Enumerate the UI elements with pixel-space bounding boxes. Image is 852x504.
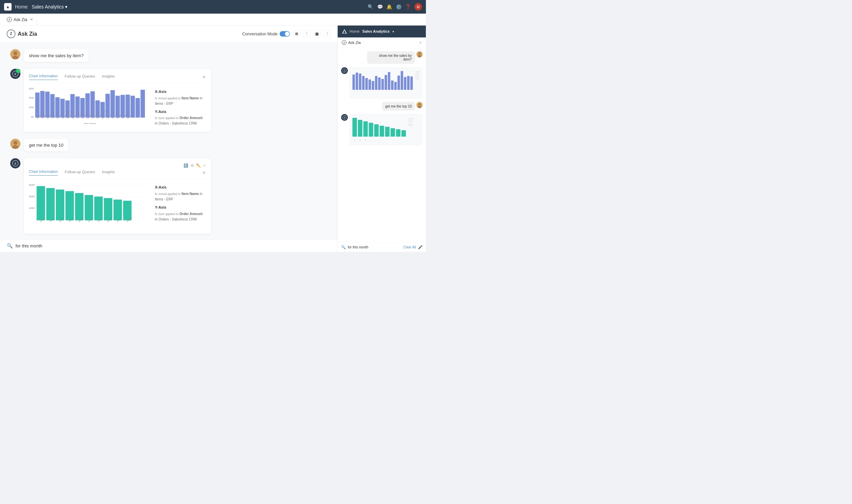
info-tool[interactable]: ℹ️ (183, 163, 188, 168)
help-icon[interactable]: ❓ (405, 4, 411, 10)
right-user-text-1: show me the sales by item? (379, 54, 412, 62)
right-user-avatar-2 (417, 102, 423, 108)
user-avatar-1 (10, 49, 20, 60)
right-search-icon: 🔍 (341, 245, 346, 249)
more-options-button[interactable]: ⋮ (304, 31, 310, 37)
svg-rect-135 (352, 118, 357, 136)
svg-text:—: — (369, 140, 371, 142)
svg-text:$0: $0 (31, 116, 34, 118)
user-avatar[interactable]: U (415, 3, 422, 11)
list-view-button[interactable]: ▦ (314, 31, 321, 37)
x-axis-label-1: X-Axis (155, 89, 206, 95)
chart-tab-insights-2[interactable]: Insights (102, 170, 115, 176)
right-nav-chevron: ▾ (392, 30, 394, 33)
x-axis-fx-1: fx Actual applied to Item Name in Items … (155, 95, 206, 106)
right-nav-home[interactable]: Home (350, 29, 359, 34)
bar-chart-2-svg: $80M $60M $40M (29, 182, 148, 228)
conversation-mode-toggle[interactable]: Conversation Mode (242, 31, 290, 37)
nav-home[interactable]: Home (15, 4, 28, 10)
tools-icon[interactable]: ⚙️ (396, 4, 402, 10)
svg-rect-74 (46, 188, 55, 221)
svg-rect-77 (75, 193, 83, 220)
y-axis-fx-1: fx Sum applied to Order Amount in Orders… (155, 115, 206, 126)
svg-rect-39 (135, 98, 140, 118)
chart-tab-info-2[interactable]: Chart Information (29, 169, 58, 176)
svg-rect-139 (374, 124, 379, 136)
svg-rect-110 (378, 78, 381, 90)
svg-text:—: — (374, 140, 376, 142)
chart-1-close[interactable]: ✕ (202, 74, 206, 80)
right-zia-response-1: Z (341, 67, 423, 99)
svg-text:Z: Z (15, 72, 16, 76)
svg-rect-38 (130, 96, 135, 117)
right-zia-response-2: Z (341, 114, 423, 145)
user-bubble-1: show me the sales by item? (24, 49, 89, 62)
right-mini-chart-1-labels: — — — (352, 92, 421, 97)
chart-tab-followup-2[interactable]: Follow-up Queries (65, 170, 95, 176)
tab-ask-zia[interactable]: Z Ask Zia ✕ (3, 14, 37, 26)
svg-rect-79 (94, 197, 103, 221)
bell-icon[interactable]: 🔔 (386, 4, 392, 10)
chat-icon[interactable]: 💬 (377, 4, 383, 10)
nav-dropdown-chevron: ▾ (65, 4, 67, 10)
right-chat-messages: show me the sales by item? Z (338, 48, 426, 242)
right-nav-analytics[interactable]: Sales Analytics (362, 29, 389, 34)
tab-close-button[interactable]: ✕ (30, 17, 33, 22)
svg-rect-150 (408, 126, 413, 126)
right-zia-close[interactable]: ✕ (419, 40, 422, 45)
right-user-avatar-1 (417, 51, 423, 58)
chat-input-field[interactable] (16, 243, 331, 249)
zia-avatar-wrapper-1: Z (10, 69, 20, 79)
clear-all-button[interactable]: Clear All (403, 245, 416, 249)
chart-2-close[interactable]: ✕ (202, 170, 206, 175)
grid-view-button[interactable]: ⊞ (293, 31, 300, 37)
svg-point-131 (418, 103, 421, 105)
table-tool[interactable]: ⊞ (191, 163, 194, 168)
zia-tab-icon: Z (7, 17, 12, 22)
chart-card-2: ℹ️ ⊞ ✏️ ⤢ Chart Information Follow-up Qu… (24, 158, 211, 234)
right-zia-tab[interactable]: Z Ask Zia ✕ (338, 37, 426, 48)
chart-1-visual: $80M $60M $40M $0 (29, 86, 148, 127)
svg-rect-102 (352, 75, 355, 90)
chart-2-visual: $80M $60M $40M (29, 182, 148, 229)
nav-sales-analytics[interactable]: Sales Analytics ▾ (32, 4, 67, 10)
chart-tab-insights-1[interactable]: Insights (102, 74, 115, 80)
chart-tab-followup-1[interactable]: Follow-up Queries (65, 74, 95, 80)
settings-button[interactable]: ⋮ (324, 31, 331, 37)
toggle-knob (285, 32, 289, 36)
svg-rect-146 (408, 120, 413, 120)
svg-rect-76 (65, 191, 74, 221)
toggle-switch[interactable] (280, 31, 290, 37)
nav-right-icons: 🔍 💬 🔔 ⚙️ ❓ U (368, 3, 422, 11)
zia-avatar-wrapper-2: Z (10, 158, 20, 168)
x-axis-fx-2: fx Actual applied to Item Name in Items … (155, 191, 206, 202)
svg-rect-33 (106, 94, 110, 118)
right-panel-header: Home Sales Analytics ▾ (338, 26, 426, 37)
svg-rect-126 (415, 79, 419, 79)
svg-rect-81 (113, 200, 122, 221)
svg-rect-116 (398, 76, 400, 90)
edit-tool[interactable]: ✏️ (196, 163, 201, 168)
svg-text:—: — (360, 92, 363, 93)
user-bubble-2: get me the top 10 (24, 139, 68, 152)
svg-rect-117 (401, 71, 403, 90)
svg-rect-105 (362, 76, 365, 90)
svg-rect-138 (369, 123, 373, 137)
nav-links: Home Sales Analytics ▾ (15, 4, 364, 10)
mic-icon[interactable]: 🎤 (418, 245, 423, 249)
svg-text:—: — (357, 92, 359, 93)
svg-rect-113 (388, 72, 390, 90)
svg-rect-111 (381, 79, 384, 90)
svg-rect-148 (408, 123, 412, 123)
search-icon[interactable]: 🔍 (368, 4, 374, 10)
svg-rect-106 (365, 78, 368, 90)
right-input-field[interactable] (348, 245, 401, 249)
chart-tab-info-1[interactable]: Chart Information (29, 74, 58, 80)
zoom-tool[interactable]: ⤢ (203, 163, 206, 168)
zia-header: Z Ask Zia Conversation Mode ⊞ ⋮ ▦ ⋮ (0, 26, 338, 43)
right-user-text-2: get me the top 10 (385, 104, 412, 108)
app-logo[interactable] (4, 3, 12, 11)
svg-rect-19 (35, 93, 39, 118)
zia-response-1: Z Chart Information Follow-up Queries In… (10, 69, 327, 132)
svg-rect-124 (415, 76, 419, 76)
